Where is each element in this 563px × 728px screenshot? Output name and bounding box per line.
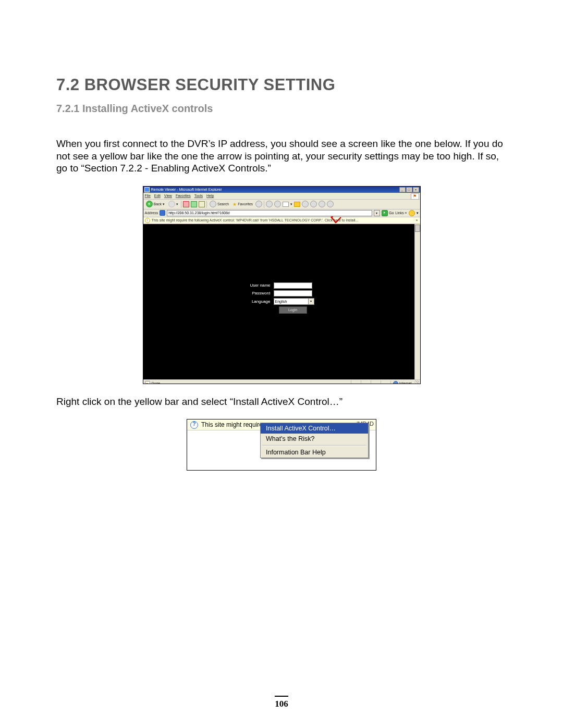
status-bar: Done Internet	[143, 379, 420, 384]
print-icon[interactable]	[274, 201, 281, 207]
info-help-icon	[190, 421, 198, 429]
page-footer: 106	[0, 696, 563, 709]
go-icon	[382, 210, 388, 216]
heading-section: 7.2 BROWSER SECURITY SETTING	[56, 76, 507, 94]
back-dropdown-icon[interactable]: ▾	[163, 202, 165, 206]
context-area: Install ActiveX Control… What's the Risk…	[187, 430, 376, 470]
menu-separator	[262, 445, 366, 446]
address-bar: Address http://208.50.31.238/login.html?…	[143, 209, 420, 217]
messenger-icon[interactable]	[310, 201, 317, 207]
search-icon	[210, 201, 216, 207]
refresh-icon[interactable]	[191, 201, 197, 207]
home-icon[interactable]	[199, 201, 205, 207]
done-icon	[145, 381, 150, 384]
menu-help[interactable]: Help	[206, 194, 214, 198]
status-pane	[371, 380, 381, 384]
login-button[interactable]: Login	[279, 306, 307, 314]
language-select[interactable]: English ▾	[274, 298, 314, 305]
toolbar-separator	[181, 201, 181, 208]
research-icon[interactable]	[302, 201, 309, 207]
mail-icon[interactable]	[266, 201, 273, 207]
password-field[interactable]	[274, 290, 312, 297]
page-content: User name Password Language English ▾ Lo…	[143, 224, 420, 379]
status-done-text: Done	[152, 381, 161, 384]
toolbar-separator	[264, 201, 264, 208]
resize-grip-icon[interactable]	[414, 380, 419, 384]
maximize-button[interactable]: □	[406, 187, 412, 192]
go-label: Go	[389, 211, 394, 215]
footer-rule	[275, 696, 288, 697]
edit-icon[interactable]	[283, 202, 289, 207]
discuss-icon[interactable]	[294, 202, 300, 207]
status-pane	[361, 380, 371, 384]
page-icon	[160, 210, 165, 216]
menu-favorites[interactable]: Favorites	[176, 194, 191, 198]
forward-icon	[168, 201, 175, 207]
edit-dropdown-icon[interactable]: ▾	[290, 202, 292, 206]
security-zone-text: Internet	[399, 381, 412, 384]
history-icon[interactable]	[255, 201, 262, 207]
username-label: User name	[241, 283, 271, 288]
window-title: Remote Viewer - Microsoft Internet Explo…	[151, 188, 399, 191]
links-button[interactable]: Links »	[395, 211, 407, 215]
login-form: User name Password Language English ▾ Lo…	[241, 282, 314, 314]
norton-icon[interactable]	[409, 210, 415, 216]
menu-edit[interactable]: Edit	[154, 194, 161, 198]
heading-subsection: 7.2.1 Installing ActiveX controls	[56, 103, 507, 115]
menu-item-install-activex[interactable]: Install ActiveX Control…	[261, 423, 368, 434]
info-bar-text: This site might require the following Ac…	[152, 218, 359, 222]
screenshot-context-menu: This site might require 'MP4D Install Ac…	[187, 419, 376, 471]
back-label: Back	[154, 202, 162, 206]
paragraph-intro: When you first connect to the DVR’s IP a…	[56, 138, 507, 175]
menu-tools[interactable]: Tools	[194, 194, 203, 198]
menu-item-info-bar-help[interactable]: Information Bar Help	[261, 447, 368, 458]
minimize-button[interactable]: _	[399, 187, 406, 192]
menu-item-whats-the-risk[interactable]: What's the Risk?	[261, 434, 368, 444]
favorites-star-icon: ★	[232, 202, 237, 207]
search-label: Search	[217, 202, 229, 206]
titlebar: Remote Viewer - Microsoft Internet Explo…	[143, 187, 420, 193]
status-pane	[381, 380, 390, 384]
norton-dropdown-icon[interactable]: ▾	[417, 211, 419, 215]
menu-file[interactable]: File	[145, 194, 151, 198]
paragraph-instruction: Right click on the yellow bar and select…	[56, 396, 507, 408]
address-dropdown-icon[interactable]: ▾	[374, 210, 380, 216]
vertical-scrollbar[interactable]	[414, 224, 420, 379]
extra-icon-2[interactable]	[327, 201, 334, 207]
screenshot-ie-window: Remote Viewer - Microsoft Internet Explo…	[143, 186, 421, 384]
favorites-label: Favorites	[238, 202, 253, 206]
internet-zone-icon	[393, 381, 398, 384]
password-label: Password	[241, 291, 271, 295]
stop-icon[interactable]	[183, 201, 189, 207]
menubar: File Edit View Favorites Tools Help ⚑	[143, 193, 420, 200]
language-dropdown-icon[interactable]: ▾	[308, 299, 314, 304]
username-field[interactable]	[274, 282, 312, 289]
activex-info-bar[interactable]: ! This site might require the following …	[143, 217, 420, 224]
go-button[interactable]: Go	[382, 210, 394, 216]
info-bar-close-icon[interactable]: ×	[415, 218, 419, 223]
ie-throbber-icon: ⚑	[411, 193, 419, 200]
extra-icon-1[interactable]	[319, 201, 325, 207]
address-input[interactable]: http://208.50.31.238/login.html?1608d	[167, 210, 372, 216]
info-shield-icon: !	[145, 218, 150, 223]
search-button[interactable]: Search	[209, 201, 230, 207]
language-label: Language	[241, 299, 271, 304]
favorites-button[interactable]: ★ Favorites	[231, 202, 254, 207]
menu-view[interactable]: View	[164, 194, 172, 198]
info-bar-text-crop: This site might require	[201, 421, 263, 428]
language-value: English	[275, 300, 287, 303]
address-label: Address	[145, 211, 158, 215]
context-menu: Install ActiveX Control… What's the Risk…	[260, 423, 369, 458]
toolbar-separator	[206, 201, 207, 208]
close-button[interactable]: ×	[413, 187, 419, 192]
page-number: 106	[0, 699, 563, 709]
toolbar: Back ▾ ▾ Search ★ Favorites	[143, 200, 420, 209]
security-zone: Internet	[390, 381, 414, 384]
back-button[interactable]: Back ▾	[145, 201, 166, 207]
scrollbar-thumb[interactable]	[415, 225, 420, 232]
back-icon	[146, 201, 153, 207]
forward-button[interactable]: ▾	[167, 201, 179, 207]
status-pane	[351, 380, 361, 384]
callout-arrow-icon	[331, 216, 342, 224]
forward-dropdown-icon[interactable]: ▾	[176, 202, 178, 206]
